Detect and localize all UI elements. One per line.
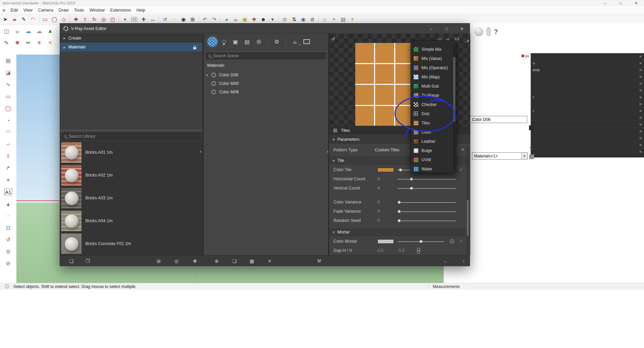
close-icon[interactable] xyxy=(639,136,642,140)
cylinder-icon[interactable]: ◫ xyxy=(2,27,11,35)
dialog-minimize-button[interactable]: – xyxy=(424,24,439,34)
texture-menu-item[interactable]: Bulge xyxy=(411,146,456,155)
settings-button[interactable]: ⚙ xyxy=(271,36,283,47)
toolbar-divider[interactable] xyxy=(119,16,119,23)
toolbar-divider[interactable] xyxy=(318,16,319,23)
slider-track[interactable] xyxy=(398,211,456,212)
scene-search-input[interactable]: Search Scene xyxy=(206,52,326,59)
menu-item[interactable]: Camera xyxy=(35,6,56,14)
fade-variance-value[interactable]: 0 xyxy=(377,209,380,214)
eraser-icon[interactable]: ▰ xyxy=(10,15,19,24)
open-folder-icon[interactable]: ❏ xyxy=(68,257,75,265)
panel-row[interactable] xyxy=(531,53,644,60)
polyline-icon[interactable]: ✎ xyxy=(2,38,11,47)
filter-search-icon[interactable]: ◎ xyxy=(173,257,180,265)
zoom-extents-icon[interactable]: ⊞ xyxy=(188,15,197,24)
color-tile-swatch[interactable] xyxy=(377,168,394,172)
offset-tool-icon[interactable]: ◎ xyxy=(99,15,108,24)
purge-icon[interactable]: ⚒ xyxy=(315,257,323,265)
texture-menu-item[interactable]: Water xyxy=(411,164,456,173)
panel-row[interactable]: ents xyxy=(531,67,644,73)
parameters-scrollbar[interactable] xyxy=(467,146,469,255)
slider-track[interactable] xyxy=(398,179,456,180)
panel-row[interactable]: r xyxy=(531,94,644,101)
scrollbar-thumb[interactable] xyxy=(453,57,455,122)
dropdown-arrow-icon[interactable]: ▾ xyxy=(268,15,277,24)
panel-row[interactable]: r xyxy=(531,108,644,114)
arc-tool-icon[interactable]: ◠ xyxy=(4,129,12,136)
nav-materials[interactable]: Materials xyxy=(60,43,202,51)
section-plane-icon[interactable]: ⊘ xyxy=(308,15,317,24)
look-around-icon[interactable]: ◉ xyxy=(299,15,308,24)
line-tool-icon[interactable]: ✎ xyxy=(19,15,28,24)
kettle-icon[interactable]: ☕ xyxy=(13,27,22,35)
tab-layers[interactable]: ▤ xyxy=(241,36,253,47)
color-mortar-swatch[interactable] xyxy=(377,239,394,244)
bezier-tool-icon[interactable]: ∽ xyxy=(4,141,12,148)
vray-viewport-icon[interactable]: ▣ xyxy=(240,15,249,24)
arc-tool-icon[interactable]: ◠ xyxy=(28,15,38,24)
close-button[interactable]: ✕ xyxy=(628,0,644,6)
texture-menu-item[interactable]: Grid xyxy=(411,109,456,118)
menu-item[interactable]: Extensions xyxy=(108,6,134,14)
panel-row[interactable] xyxy=(531,87,644,94)
import-material-icon[interactable]: ❏ xyxy=(231,257,238,265)
tab-geometry[interactable]: ▣ xyxy=(230,36,241,47)
tab-materials[interactable] xyxy=(206,36,218,47)
cloud-icon[interactable]: ☁ xyxy=(24,27,33,35)
followme-tool-icon[interactable]: ↱ xyxy=(4,165,12,171)
circle-tool-icon[interactable]: ◯ xyxy=(50,15,59,24)
menu-item[interactable]: Draw xyxy=(56,6,71,14)
library-item[interactable]: Bricks A03 1m xyxy=(60,186,202,209)
save-material-icon[interactable]: ▦ xyxy=(248,257,256,265)
toolbar-divider[interactable] xyxy=(199,16,199,23)
axes-tool-icon[interactable]: ✚ xyxy=(139,15,148,24)
grid-view-icon[interactable]: ⊞ xyxy=(155,257,162,265)
back-arrow-icon[interactable]: ← xyxy=(442,257,449,265)
pushpull-tool-icon[interactable]: ⇧ xyxy=(4,153,12,160)
close-icon[interactable] xyxy=(639,82,642,86)
scale-tool-icon[interactable]: ◰ xyxy=(108,15,117,24)
panel-row[interactable] xyxy=(531,80,644,87)
texture-menu-item[interactable]: Simple Mix xyxy=(411,45,456,54)
color-variance-value[interactable]: 0 xyxy=(377,200,380,205)
sample-paint-icon[interactable] xyxy=(529,125,534,130)
in-model-icon[interactable] xyxy=(529,154,534,159)
texture-menu-item[interactable]: Tri-Planar xyxy=(411,91,456,100)
gap-h-value[interactable]: 0.5 xyxy=(377,248,383,253)
library-item[interactable]: Bricks Concrete F01 2m xyxy=(60,232,202,255)
panel-row[interactable] xyxy=(531,101,644,107)
undo-icon[interactable]: ↶ xyxy=(200,15,210,24)
panel-row[interactable] xyxy=(531,128,644,135)
pattern-type-dropdown-icon[interactable] xyxy=(462,147,464,152)
texture-menu-item[interactable]: Multi-Sub xyxy=(411,81,456,91)
cloud2-icon[interactable]: ☁ xyxy=(35,27,44,35)
panel-row[interactable] xyxy=(531,74,644,80)
menu-item[interactable]: Tools xyxy=(71,6,87,14)
info-icon[interactable]: ⓘ xyxy=(5,284,9,290)
close-icon[interactable] xyxy=(639,123,642,126)
maximize-button[interactable]: □ xyxy=(613,0,628,6)
texture-menu-item[interactable]: Checker xyxy=(411,100,456,109)
color-tile-checkbox[interactable] xyxy=(459,167,464,172)
gap-v-value[interactable]: 0.5 xyxy=(399,248,404,253)
library-item[interactable]: Bricks A02 1m xyxy=(60,164,202,186)
vray-assets-icon[interactable]: ◕ xyxy=(222,15,231,24)
mortar-texture-slot[interactable] xyxy=(449,239,455,244)
close-icon[interactable] xyxy=(639,150,642,154)
rectangle-tool-icon[interactable]: ▭ xyxy=(41,15,50,24)
move-tool-icon[interactable]: ✚ xyxy=(71,15,81,24)
texture-menu-item[interactable]: Tiles xyxy=(411,118,456,127)
menu-item[interactable]: Help xyxy=(134,6,148,14)
texture-menu-item[interactable]: Mix (Value) xyxy=(411,54,456,63)
polygon-tool-icon[interactable]: ◇ xyxy=(59,15,68,24)
panel-row[interactable] xyxy=(531,121,644,128)
rectangle-tool-icon[interactable]: ▭ xyxy=(4,93,12,100)
menu-item[interactable]: View xyxy=(21,6,35,14)
link-icon[interactable] xyxy=(417,248,420,254)
layers-panel-icon[interactable]: ▤ xyxy=(339,15,348,24)
material-name-input[interactable]: Color D06 xyxy=(470,116,527,123)
circle-tool-icon[interactable]: ◯ xyxy=(4,105,12,112)
color-mortar-checkbox[interactable] xyxy=(459,238,464,244)
render-button[interactable]: ☕▾ xyxy=(289,36,301,47)
